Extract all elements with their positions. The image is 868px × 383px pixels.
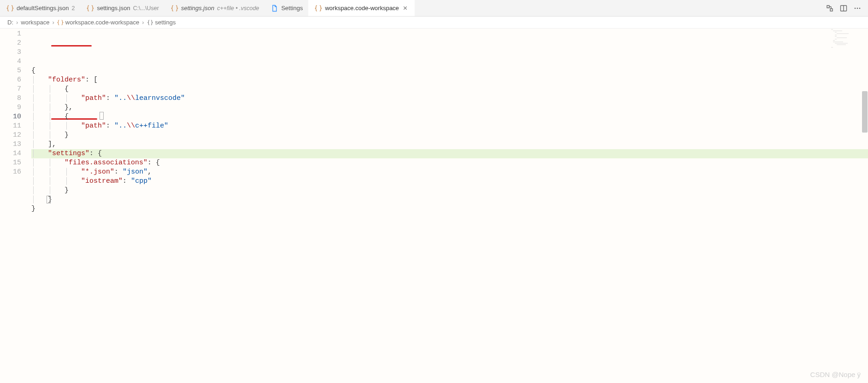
code-line[interactable]: { (31, 66, 868, 75)
line-number: 7 (0, 85, 31, 94)
breadcrumb-label: workspace (21, 19, 49, 26)
tab-label: Settings (281, 5, 303, 12)
code-line[interactable]: │ "settings": { (31, 149, 868, 158)
line-number: 10 (0, 112, 31, 122)
tab-label: settings.json (181, 5, 214, 12)
code-line[interactable]: } (31, 204, 868, 214)
tab-bar: defaultSettings.json2settings.jsonC:\...… (0, 0, 868, 17)
svg-point-5 (857, 7, 858, 9)
line-number: 8 (0, 94, 31, 103)
tab-settings-json[interactable]: settings.jsonC:\...\User (80, 0, 164, 16)
breadcrumb-label: settings (155, 19, 176, 26)
line-number: 15 (0, 158, 31, 168)
code-line[interactable]: │ │ "files.associations": { (31, 158, 868, 168)
line-number: 14 (0, 149, 31, 158)
json-braces-icon (171, 5, 178, 12)
breadcrumb-item[interactable]: workspace (21, 19, 49, 26)
code-line[interactable]: │ │ │ "path": "..\\learnvscode" (31, 94, 868, 103)
chevron-right-icon: › (51, 19, 55, 26)
minimap[interactable] (830, 29, 860, 48)
line-number: 13 (0, 140, 31, 149)
watermark-text: CSDN @Nope ÿ (810, 371, 861, 378)
code-line[interactable]: │ │ } (31, 186, 868, 195)
code-line[interactable]: │ │ { (31, 85, 868, 94)
file-icon (271, 5, 278, 12)
json-braces-icon (87, 5, 94, 12)
tab-settings[interactable]: Settings (264, 0, 308, 16)
tabs-container: defaultSettings.json2settings.jsonC:\...… (0, 0, 415, 16)
line-number: 12 (0, 131, 31, 140)
breadcrumb-item[interactable]: workspace.code-workspace (57, 19, 139, 26)
breadcrumb: D:›workspace›workspace.code-workspace›se… (0, 17, 868, 29)
tab-hint: C:\...\User (133, 5, 159, 12)
json-braces-icon (57, 19, 64, 26)
code-line[interactable]: │ │ │ "path": "..\\c++file" (31, 122, 868, 131)
breadcrumb-item[interactable]: settings (147, 19, 176, 26)
tab-hint: 2 (71, 5, 75, 12)
more-icon[interactable] (853, 4, 862, 12)
split-editor-icon[interactable] (839, 4, 848, 12)
code-line[interactable]: │ │ { (31, 112, 868, 122)
code-line[interactable]: │ │ │ "*.json": "json", (31, 168, 868, 177)
line-number: 1 (0, 29, 31, 39)
scrollbar-thumb[interactable] (862, 91, 868, 133)
svg-point-6 (859, 7, 861, 9)
json-braces-icon (315, 5, 322, 12)
tab-hint: c++file • .vscode (217, 5, 259, 12)
line-number: 3 (0, 48, 31, 57)
vertical-scrollbar[interactable] (862, 29, 868, 383)
breadcrumb-label: D: (7, 19, 13, 26)
json-braces-icon (6, 5, 14, 12)
braces-icon (147, 19, 153, 26)
line-number: 5 (0, 66, 31, 75)
code-line[interactable]: │ │ │ "iostream": "cpp" (31, 177, 868, 186)
editor[interactable]: 12345678910111213141516 {│ "folders": [│… (0, 29, 868, 383)
annotation-underline-folders (51, 45, 92, 46)
tab-actions (826, 4, 868, 12)
chevron-right-icon: › (141, 19, 145, 26)
compare-changes-icon[interactable] (826, 4, 834, 12)
code-line[interactable]: │ } (31, 195, 868, 204)
tab-settings-json[interactable]: settings.jsonc++file • .vscode (164, 0, 265, 16)
tab-workspace-code-workspace[interactable]: workspace.code-workspace (308, 0, 414, 16)
bracket-match-indicator (100, 112, 104, 120)
line-number: 6 (0, 75, 31, 85)
line-number-gutter: 12345678910111213141516 (0, 29, 31, 383)
tab-defaultsettings-json[interactable]: defaultSettings.json2 (0, 0, 80, 16)
bracket-match-indicator (47, 196, 51, 203)
tab-label: defaultSettings.json (17, 5, 69, 12)
code-line[interactable]: │ │ }, (31, 103, 868, 112)
line-number: 2 (0, 39, 31, 48)
line-number: 16 (0, 168, 31, 177)
line-number: 9 (0, 103, 31, 112)
code-line[interactable]: │ "folders": [ (31, 75, 868, 85)
close-icon[interactable] (402, 5, 409, 12)
code-line[interactable]: │ ], (31, 140, 868, 149)
tab-label: settings.json (97, 5, 130, 12)
line-number: 11 (0, 122, 31, 131)
code-area[interactable]: {│ "folders": [│ │ {│ │ │ "path": "..\\l… (31, 29, 868, 383)
tab-label: workspace.code-workspace (325, 5, 399, 12)
breadcrumb-label: workspace.code-workspace (65, 19, 139, 26)
breadcrumb-item[interactable]: D: (7, 19, 13, 26)
chevron-right-icon: › (15, 19, 19, 26)
code-line[interactable]: │ │ } (31, 131, 868, 140)
svg-point-4 (855, 7, 856, 9)
line-number: 4 (0, 57, 31, 66)
